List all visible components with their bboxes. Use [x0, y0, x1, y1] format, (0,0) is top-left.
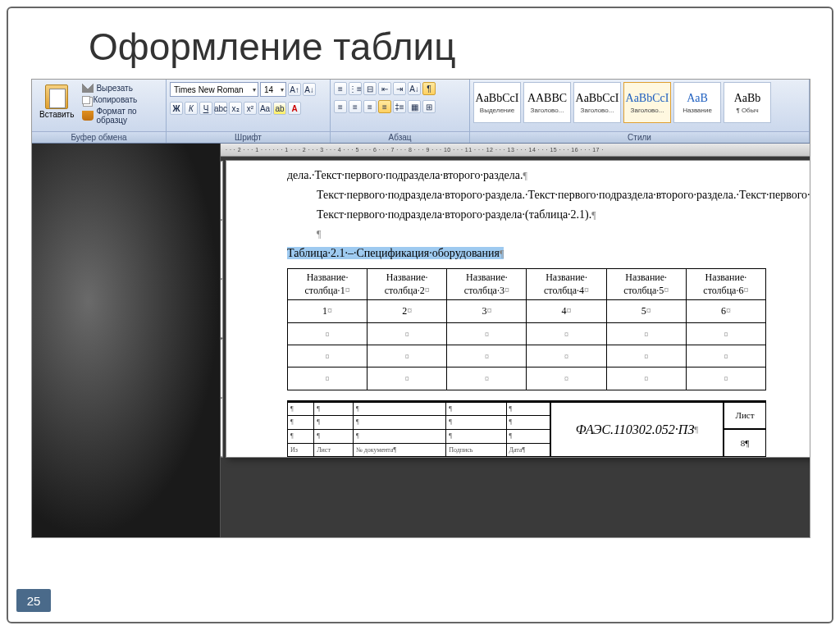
title-block: ¶¶¶¶¶ ¶¶¶¶¶ ¶¶¶¶¶ ИзЛист№ документа¶Подп…: [287, 400, 766, 457]
font-group-label: Шрифт: [167, 131, 330, 143]
paste-button[interactable]: Вставить: [35, 82, 78, 121]
font-size-combo[interactable]: 14: [260, 82, 286, 97]
style-5[interactable]: AaBb¶ Обыч: [724, 82, 771, 123]
subscript-button[interactable]: x₂: [229, 102, 242, 115]
indent-button[interactable]: ⇥: [393, 82, 406, 95]
align-center-button[interactable]: ≡: [349, 100, 362, 113]
stamp-col: Дата¶: [506, 443, 550, 457]
side-stamp: Подп. и дата¶: [221, 339, 223, 398]
paste-icon: [45, 84, 68, 109]
multilevel-button[interactable]: ⊟: [363, 82, 377, 95]
paragraph-group-label: Абзац: [331, 131, 469, 143]
style-2[interactable]: AaBbCcIЗаголово...: [573, 82, 621, 123]
side-stamp: Инв. № дубл.¶: [221, 220, 223, 279]
table-caption[interactable]: Таблица·2.1·–·Спецификация·оборудования: [287, 247, 504, 259]
column-header[interactable]: Название·столбца·4¤: [527, 268, 606, 299]
align-right-button[interactable]: ≡: [363, 100, 377, 113]
document-page[interactable]: Подп. и дата¶Инв. № дубл.¶Взам. инв. №¶П…: [226, 160, 810, 458]
shrink-font-button[interactable]: A↓: [303, 83, 316, 96]
grow-font-button[interactable]: A↑: [288, 83, 301, 96]
slide-title: Оформление таблиц: [8, 8, 832, 79]
style-1[interactable]: AABBCЗаголово...: [523, 82, 571, 123]
underline-button[interactable]: Ч: [199, 102, 212, 115]
style-3[interactable]: AaBbCcIЗаголово...: [623, 82, 671, 123]
numbering-button[interactable]: ⋮≡: [349, 82, 362, 95]
line-spacing-button[interactable]: ‡≡: [393, 100, 406, 113]
cut-label: Вырезать: [96, 84, 132, 93]
side-stamp: Взам. инв. №¶: [221, 279, 223, 338]
borders-button[interactable]: ⊞: [422, 100, 436, 113]
slide-number: 25: [16, 589, 51, 612]
column-number[interactable]: 2¤: [368, 300, 447, 322]
superscript-button[interactable]: x²: [244, 102, 257, 115]
styles-group-label: Стили: [470, 131, 809, 143]
copy-label: Копировать: [93, 95, 137, 104]
change-case-button[interactable]: Aa: [258, 102, 272, 115]
horizontal-ruler[interactable]: · · · 2 · · · 1 · · · · · · 1 · · · 2 · …: [221, 144, 810, 157]
bold-button[interactable]: Ж: [170, 102, 183, 115]
font-name-combo[interactable]: Times New Roman: [170, 82, 258, 97]
column-header[interactable]: Название·столбца·2¤: [368, 268, 447, 299]
column-number[interactable]: 3¤: [447, 300, 527, 322]
word-window: Вставить Вырезать Копировать Формат по о…: [31, 79, 810, 538]
paragraph-3[interactable]: Текст·первого·подраздела·второго·раздела…: [287, 205, 766, 225]
format-painter-button[interactable]: Формат по образцу: [80, 106, 162, 126]
navigation-pane[interactable]: [32, 144, 221, 537]
side-stamp: Инв. № подп¶: [221, 398, 223, 457]
style-0[interactable]: AaBbCcIВыделение: [473, 82, 521, 123]
ribbon: Вставить Вырезать Копировать Формат по о…: [32, 80, 810, 144]
scissors-icon: [82, 83, 94, 93]
sort-button[interactable]: A↓: [408, 82, 421, 95]
copy-button[interactable]: Копировать: [80, 94, 162, 105]
column-header[interactable]: Название·столбца·5¤: [606, 268, 686, 299]
outdent-button[interactable]: ⇤: [378, 82, 391, 95]
italic-button[interactable]: К: [185, 102, 198, 115]
column-header[interactable]: Название·столбца·6¤: [686, 268, 765, 299]
copy-icon: [82, 96, 90, 104]
column-header[interactable]: Название·столбца·3¤: [447, 268, 527, 299]
sheet-number: 8¶: [724, 429, 766, 457]
stamp-col: Из: [288, 443, 314, 457]
column-number[interactable]: 6¤: [686, 300, 765, 322]
stamp-col: Лист: [314, 443, 354, 457]
document-code: ФАЭС.110302.052·ПЗ¶: [550, 402, 724, 457]
stamp-col: Подпись: [446, 443, 506, 457]
column-number[interactable]: 1¤: [288, 300, 368, 322]
highlight-button[interactable]: ab: [273, 102, 286, 115]
page-scroll[interactable]: Подп. и дата¶Инв. № дубл.¶Взам. инв. №¶П…: [221, 157, 810, 537]
column-header[interactable]: Название·столбца·1¤: [288, 268, 368, 299]
paste-label: Вставить: [39, 110, 74, 119]
paragraph-2[interactable]: Текст·первого·подраздела·второго·раздела…: [287, 185, 766, 205]
bullets-button[interactable]: ≡: [334, 82, 347, 95]
justify-button[interactable]: ≡: [378, 100, 391, 113]
paragraph-1[interactable]: дела.·Текст·первого·подраздела·второго·р…: [287, 166, 766, 185]
clipboard-group-label: Буфер обмена: [32, 131, 166, 143]
cut-button[interactable]: Вырезать: [80, 82, 162, 94]
shading-button[interactable]: ▦: [408, 100, 421, 113]
font-color-button[interactable]: A: [288, 102, 301, 115]
column-number[interactable]: 4¤: [527, 300, 606, 322]
style-4[interactable]: АаВНазвание: [673, 82, 721, 123]
brush-icon: [82, 111, 94, 121]
stamp-col: № документа¶: [354, 443, 446, 457]
pilcrow-button[interactable]: ¶: [422, 82, 436, 95]
spec-table[interactable]: Название·столбца·1¤Название·столбца·2¤На…: [287, 268, 766, 390]
format-label: Формат по образцу: [96, 107, 161, 125]
sheet-label: Лист: [724, 402, 766, 430]
side-stamp: Подп. и дата¶: [221, 161, 223, 220]
paragraph-empty[interactable]: [287, 224, 766, 244]
strike-button[interactable]: abc: [214, 102, 227, 115]
column-number[interactable]: 5¤: [606, 300, 686, 322]
align-left-button[interactable]: ≡: [334, 100, 347, 113]
